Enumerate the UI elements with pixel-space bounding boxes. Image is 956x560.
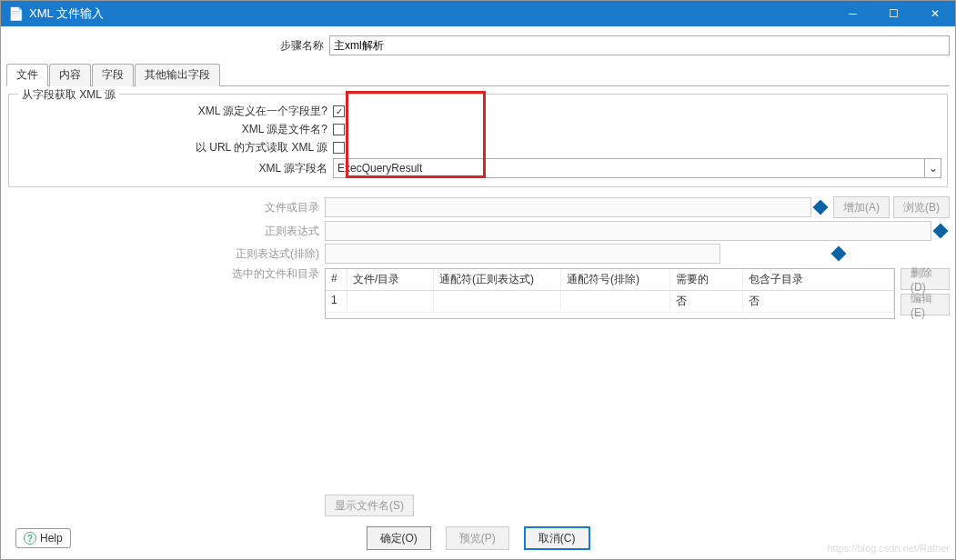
stepname-label: 步骤名称 [6, 38, 329, 54]
browse-button: 浏览(B) [893, 196, 950, 218]
app-icon: 📄 [8, 6, 24, 21]
cell-required: 否 [670, 291, 743, 313]
xml-source-group: 从字段获取 XML 源 XML 源定义在一个字段里? ✓ XML 源是文件名? … [8, 94, 948, 187]
tab-fields[interactable]: 字段 [92, 64, 134, 86]
label-selected-files: 选中的文件和目录 [6, 266, 325, 282]
delete-button: 删除(D) [901, 268, 950, 290]
label-read-as-url: 以 URL 的方式读取 XML 源 [15, 140, 333, 155]
footer: ? Help 确定(O) 预览(P) 取消(C) [6, 519, 950, 554]
table-header: # 文件/目录 通配符(正则表达式) 通配符号(排除) 需要的 包含子目录 [326, 269, 894, 291]
preview-button: 预览(P) [446, 526, 509, 550]
tab-bar: 文件 内容 字段 其他输出字段 [6, 63, 950, 86]
label-xml-in-field: XML 源定义在一个字段里? [15, 104, 333, 119]
titlebar: 📄 XML 文件输入 ─ ☐ ✕ [1, 1, 955, 26]
table-row[interactable]: 1 否 否 [326, 291, 894, 313]
show-filenames-button: 显示文件名(S) [325, 495, 414, 516]
label-regex-excl: 正则表达式(排除) [6, 246, 325, 262]
label-regex: 正则表达式 [6, 224, 325, 239]
col-required: 需要的 [670, 269, 743, 290]
var-icon[interactable] [933, 224, 949, 239]
checkbox-xml-in-field[interactable]: ✓ [333, 105, 345, 117]
cell-num: 1 [326, 291, 347, 313]
col-num: # [326, 269, 347, 290]
var-icon[interactable] [831, 246, 847, 262]
chevron-down-icon: ⌄ [924, 159, 941, 177]
ok-button[interactable]: 确定(O) [367, 526, 431, 550]
tab-content[interactable]: 内容 [49, 64, 91, 86]
help-button[interactable]: ? Help [15, 528, 71, 548]
input-regex-excl [325, 244, 720, 264]
col-wildcard: 通配符(正则表达式) [434, 269, 561, 290]
stepname-row: 步骤名称 [6, 35, 950, 55]
add-button: 增加(A) [833, 196, 890, 218]
label-file-or-dir: 文件或目录 [6, 200, 325, 215]
input-file-or-dir [325, 197, 811, 217]
group-title: 从字段获取 XML 源 [18, 87, 119, 103]
checkbox-read-as-url[interactable] [333, 142, 345, 154]
tab-file[interactable]: 文件 [6, 64, 48, 86]
close-button[interactable]: ✕ [914, 1, 955, 26]
col-wildcard-excl: 通配符号(排除) [561, 269, 670, 290]
label-xml-is-filename: XML 源是文件名? [15, 122, 333, 137]
checkbox-xml-is-filename[interactable] [333, 124, 345, 135]
minimize-button[interactable]: ─ [832, 1, 873, 26]
cancel-button[interactable]: 取消(C) [524, 526, 590, 550]
cell-subdirs: 否 [743, 291, 894, 313]
window-title: XML 文件输入 [29, 5, 832, 22]
var-icon[interactable] [813, 200, 829, 215]
input-regex [325, 221, 931, 241]
col-filedir: 文件/目录 [347, 269, 434, 290]
table-side-buttons: 删除(D) 编辑(E) [895, 268, 950, 319]
edit-button: 编辑(E) [901, 294, 950, 315]
file-table-wrap: # 文件/目录 通配符(正则表达式) 通配符号(排除) 需要的 包含子目录 1 [325, 268, 950, 319]
tab-other-output[interactable]: 其他输出字段 [135, 64, 220, 86]
watermark: https://blog.csdn.net/Rather [827, 543, 950, 554]
help-icon: ? [24, 532, 36, 545]
maximize-button[interactable]: ☐ [873, 1, 914, 26]
combo-source-fieldname[interactable]: ExecQueryResult ⌄ [333, 158, 941, 178]
dialog-body: 步骤名称 文件 内容 字段 其他输出字段 从字段获取 XML 源 XML 源定义… [1, 26, 955, 559]
combo-value: ExecQueryResult [337, 162, 422, 175]
window: 📄 XML 文件输入 ─ ☐ ✕ 步骤名称 文件 内容 字段 其他输出字段 从字… [0, 0, 956, 560]
col-subdirs: 包含子目录 [743, 269, 894, 290]
file-table[interactable]: # 文件/目录 通配符(正则表达式) 通配符号(排除) 需要的 包含子目录 1 [325, 268, 895, 319]
label-source-fieldname: XML 源字段名 [15, 161, 333, 176]
stepname-input[interactable] [329, 35, 950, 55]
